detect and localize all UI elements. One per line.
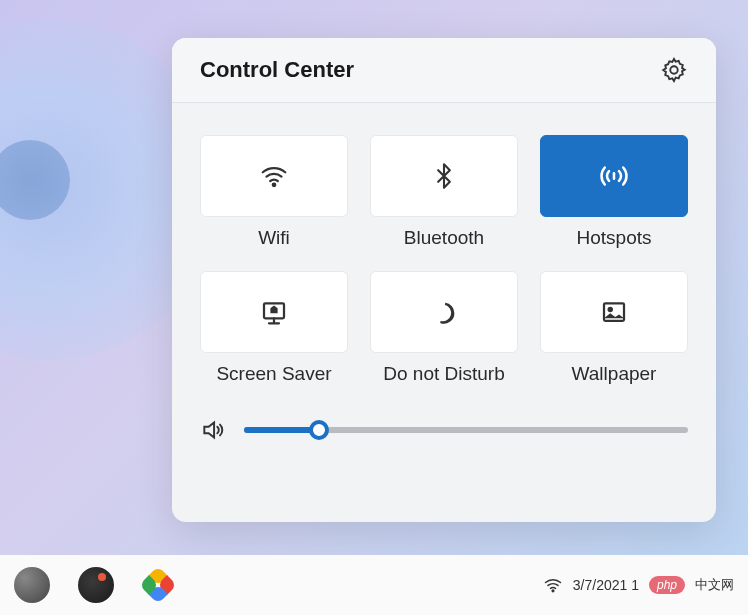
tile-hotspots-label: Hotspots xyxy=(577,227,652,249)
tile-wallpaper-wrap: Wallpaper xyxy=(540,271,688,385)
taskbar-right: 3/7/2021 1 php 中文网 xyxy=(543,575,734,595)
tile-bluetooth-wrap: Bluetooth xyxy=(370,135,518,249)
svg-point-1 xyxy=(273,184,276,187)
panel-header: Control Center xyxy=(172,38,716,103)
taskbar-datetime[interactable]: 3/7/2021 1 xyxy=(573,577,639,593)
wallpaper-icon xyxy=(599,297,629,327)
volume-slider[interactable] xyxy=(244,420,688,440)
settings-button[interactable] xyxy=(660,56,688,84)
wifi-icon xyxy=(259,161,289,191)
tile-wallpaper-label: Wallpaper xyxy=(572,363,657,385)
tile-dnd[interactable] xyxy=(370,271,518,353)
control-center-panel: Control Center Wifi xyxy=(172,38,716,522)
tile-wifi-label: Wifi xyxy=(258,227,290,249)
tile-wifi[interactable] xyxy=(200,135,348,217)
tile-bluetooth-label: Bluetooth xyxy=(404,227,484,249)
screensaver-icon xyxy=(259,297,289,327)
tile-screensaver-wrap: Screen Saver xyxy=(200,271,348,385)
volume-row xyxy=(172,405,716,475)
taskbar-badge: php xyxy=(649,576,685,594)
tile-dnd-wrap: Do not Disturb xyxy=(370,271,518,385)
taskbar-app-photos[interactable] xyxy=(142,569,174,601)
tile-wifi-wrap: Wifi xyxy=(200,135,348,249)
taskbar-app-1[interactable] xyxy=(14,567,50,603)
tile-wallpaper[interactable] xyxy=(540,271,688,353)
taskbar-app-2[interactable] xyxy=(78,567,114,603)
slider-fill xyxy=(244,427,319,433)
tile-hotspots[interactable] xyxy=(540,135,688,217)
taskbar-wifi-icon[interactable] xyxy=(543,575,563,595)
dnd-icon xyxy=(430,298,458,326)
tile-hotspots-wrap: Hotspots xyxy=(540,135,688,249)
taskbar-cn-text: 中文网 xyxy=(695,576,734,594)
bluetooth-icon xyxy=(430,162,458,190)
tiles-grid: Wifi Bluetooth Hotspots xyxy=(172,103,716,405)
tile-screensaver-label: Screen Saver xyxy=(216,363,331,385)
svg-point-5 xyxy=(552,590,554,592)
panel-title: Control Center xyxy=(200,57,354,83)
app-indicator-dot xyxy=(98,573,106,581)
slider-thumb[interactable] xyxy=(309,420,329,440)
tile-screensaver[interactable] xyxy=(200,271,348,353)
svg-point-4 xyxy=(609,308,612,311)
taskbar: 3/7/2021 1 php 中文网 xyxy=(0,555,748,615)
volume-icon xyxy=(200,417,226,443)
taskbar-left xyxy=(14,567,174,603)
gear-icon xyxy=(660,56,688,84)
tile-bluetooth[interactable] xyxy=(370,135,518,217)
tile-dnd-label: Do not Disturb xyxy=(383,363,504,385)
hotspot-icon xyxy=(597,159,631,193)
svg-point-0 xyxy=(670,66,677,73)
